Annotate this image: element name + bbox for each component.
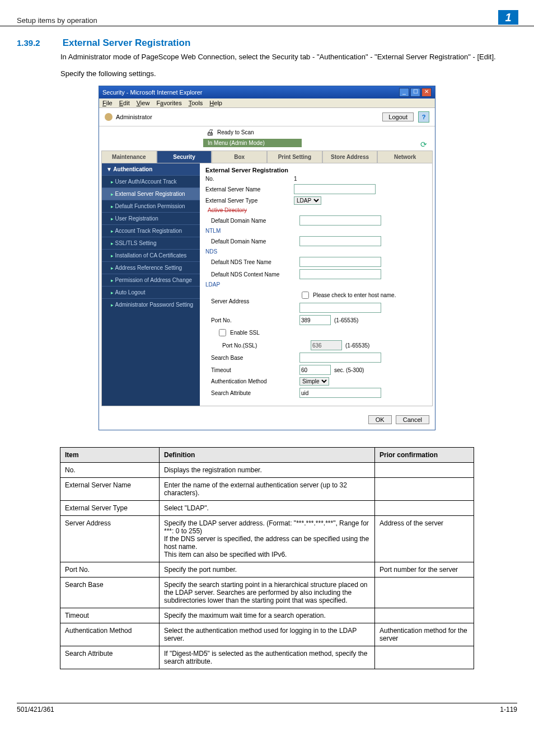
value-no: 1: [294, 176, 427, 182]
input-search-attr[interactable]: [299, 388, 381, 398]
sidebar-item-ssl-tls[interactable]: SSL/TLS Setting: [102, 237, 200, 249]
checkbox-hostname[interactable]: [302, 292, 309, 299]
select-auth-method[interactable]: Simple: [299, 377, 329, 386]
checkbox-enable-ssl[interactable]: [219, 329, 226, 336]
help-icon[interactable]: ?: [418, 111, 429, 123]
sidebar-item-external-server[interactable]: External Server Registration: [102, 187, 200, 200]
menu-help[interactable]: Help: [209, 100, 222, 106]
admin-label: Administrator: [116, 114, 152, 120]
menu-edit[interactable]: Edit: [119, 100, 130, 106]
label-port-ssl: Port No.(SSL): [205, 342, 306, 349]
sidebar-heading-authentication[interactable]: ▼ Authentication: [102, 163, 200, 175]
input-port[interactable]: [299, 315, 331, 325]
sidebar-item-ca-certs[interactable]: Installation of CA Certificates: [102, 249, 200, 261]
screenshot-window: Security - Microsoft Internet Explorer _…: [99, 86, 435, 430]
window-title: Security - Microsoft Internet Explorer: [102, 89, 203, 96]
sidebar-item-address-reference[interactable]: Address Reference Setting: [102, 261, 200, 274]
col-definition: Definition: [160, 448, 375, 463]
label-enable-ssl: Enable SSL: [230, 330, 260, 336]
input-search-base[interactable]: [299, 353, 381, 363]
input-ad-domain[interactable]: [299, 215, 381, 226]
input-nds-context[interactable]: [299, 269, 381, 279]
cell-item: Authentication Method: [60, 623, 160, 646]
input-server-address[interactable]: [299, 303, 381, 313]
table-row: Authentication MethodSelect the authenti…: [60, 623, 474, 646]
table-row: TimeoutSpecify the maximum wait time for…: [60, 608, 474, 623]
footer-left: 501/421/361: [17, 706, 54, 713]
cell-definition: Select the authentication method used fo…: [160, 623, 375, 646]
menu-tools[interactable]: Tools: [189, 100, 203, 106]
input-server-name[interactable]: [294, 184, 376, 194]
cancel-button[interactable]: Cancel: [396, 415, 429, 424]
close-icon[interactable]: ✕: [421, 88, 432, 97]
form-title: External Server Registration: [205, 167, 427, 173]
sidebar-item-auto-logout[interactable]: Auto Logout: [102, 286, 200, 298]
tab-security[interactable]: Security: [157, 151, 212, 163]
section-title: External Server Registration: [63, 37, 191, 48]
sidebar-item-account-track[interactable]: Account Track Registration: [102, 224, 200, 237]
tab-box[interactable]: Box: [212, 151, 267, 163]
label-port-ssl-range: (1-65535): [345, 342, 369, 349]
label-nds-tree: Default NDS Tree Name: [205, 259, 295, 265]
label-server-name: External Server Name: [205, 186, 289, 192]
cell-definition: Select "LDAP".: [160, 501, 375, 516]
maximize-icon[interactable]: ☐: [410, 88, 420, 97]
sidebar-item-admin-password[interactable]: Administrator Password Setting: [102, 298, 200, 311]
breadcrumb: Setup items by operation: [17, 16, 97, 25]
footer-right: 1-119: [500, 706, 517, 713]
cell-prior: [375, 646, 474, 669]
menubar: File Edit View Favorites Tools Help: [99, 98, 435, 108]
tab-network[interactable]: Network: [377, 151, 433, 163]
input-ntlm-domain[interactable]: [299, 236, 381, 246]
cell-prior: Port number for the server: [375, 562, 474, 577]
cell-definition: Specify the maximum wait time for a sear…: [160, 608, 375, 623]
menu-favorites[interactable]: Favorites: [156, 100, 181, 106]
definitions-table: Item Definition Prior confirmation No.Di…: [60, 447, 474, 669]
tab-print-setting[interactable]: Print Setting: [267, 151, 322, 163]
input-timeout[interactable]: [299, 365, 331, 375]
printer-icon: 🖨: [206, 128, 214, 137]
cell-item: External Server Name: [60, 478, 160, 501]
admin-icon: [105, 113, 113, 121]
minimize-icon[interactable]: _: [399, 88, 409, 97]
cell-prior: [375, 608, 474, 623]
col-item: Item: [60, 448, 160, 463]
table-row: Search BaseSpecify the search starting p…: [60, 577, 474, 608]
mode-bar: In Menu (Admin Mode): [203, 139, 302, 147]
menu-file[interactable]: File: [102, 100, 113, 106]
refresh-icon[interactable]: ⟳: [420, 140, 427, 149]
select-server-type[interactable]: LDAP: [294, 196, 321, 205]
table-row: Server AddressSpecify the LDAP server ad…: [60, 516, 474, 562]
cell-item: Port No.: [60, 562, 160, 577]
label-server-address: Server Address: [205, 298, 295, 304]
menu-view[interactable]: View: [137, 100, 150, 106]
cell-item: Search Attribute: [60, 646, 160, 669]
sidebar-item-user-registration[interactable]: User Registration: [102, 212, 200, 224]
logout-button[interactable]: Logout: [382, 112, 414, 121]
label-auth-method: Authentication Method: [205, 378, 295, 384]
section-number: 1.39.2: [17, 38, 60, 48]
cell-prior: [375, 577, 474, 608]
sidebar-item-default-permission[interactable]: Default Function Permission: [102, 200, 200, 212]
col-prior: Prior confirmation: [375, 448, 474, 463]
cell-item: No.: [60, 463, 160, 478]
sidebar: ▼ Authentication User Auth/Account Track…: [102, 163, 200, 406]
label-search-attr: Search Attribute: [205, 390, 295, 396]
ok-button[interactable]: OK: [368, 415, 392, 424]
subhead-active-directory: Active Directory: [205, 207, 427, 213]
cell-item: Timeout: [60, 608, 160, 623]
label-port-range: (1-65535): [334, 317, 358, 323]
label-nds-context: Default NDS Context Name: [205, 271, 295, 278]
tab-maintenance[interactable]: Maintenance: [101, 151, 157, 163]
sidebar-item-address-change[interactable]: Permission of Address Change: [102, 274, 200, 286]
label-hostname-check: Please check to enter host name.: [313, 292, 396, 298]
subhead-ntlm: NTLM: [205, 228, 427, 234]
input-port-ssl: [311, 340, 342, 350]
form-area: External Server Registration No. 1 Exter…: [200, 163, 432, 406]
cell-prior: Address of the server: [375, 516, 474, 562]
table-row: External Server TypeSelect "LDAP".: [60, 501, 474, 516]
input-nds-tree[interactable]: [299, 257, 381, 267]
sidebar-item-user-auth[interactable]: User Auth/Account Track: [102, 175, 200, 187]
tab-store-address[interactable]: Store Address: [322, 151, 378, 163]
subhead-nds: NDS: [205, 248, 427, 255]
